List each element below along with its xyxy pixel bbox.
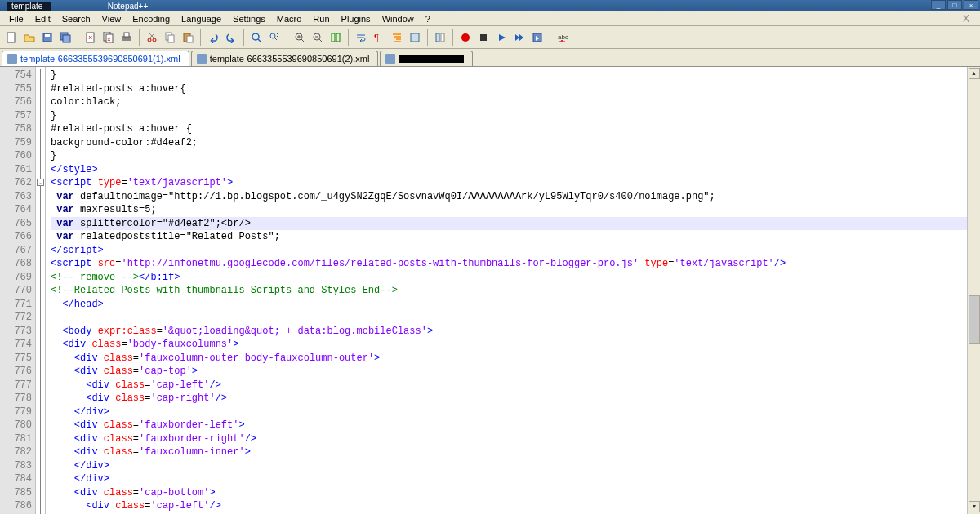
menu-view[interactable]: View [96,12,127,25]
code-line[interactable]: <div class='body-fauxcolumns'> [51,338,967,352]
close-all-button[interactable]: × [100,29,117,46]
code-line[interactable]: <div class='fauxborder-right'/> [51,432,967,446]
code-line[interactable]: <!--Related Posts with thumbnails Script… [51,284,967,298]
play-macro-button[interactable] [493,29,510,46]
file-tab[interactable]: template-6663355539690850691(1).xml [2,51,189,66]
indent-guide-button[interactable] [389,29,405,46]
doc-close-icon[interactable]: X [957,11,975,26]
code-line[interactable]: </head> [51,298,967,312]
code-line[interactable]: <!-- remove --></b:if> [51,271,967,285]
file-tab[interactable] [380,51,473,66]
replace-button[interactable] [266,29,283,46]
code-area[interactable]: }#related-posts a:hover{color:black;}#re… [46,67,967,514]
svg-rect-23 [336,33,340,42]
menu-search[interactable]: Search [56,12,96,25]
tab-label: template-6663355539690850691(2).xml [210,54,370,64]
separator [139,29,140,46]
close-button[interactable]: × [964,0,978,10]
code-line[interactable]: var maxresults=5; [51,203,967,217]
menu-encoding[interactable]: Encoding [127,12,176,25]
copy-button[interactable] [162,29,178,46]
user-lang-button[interactable] [407,29,423,46]
code-line[interactable]: var relatedpoststitle="Related Posts"; [51,230,967,244]
word-wrap-button[interactable] [353,29,369,46]
code-line[interactable]: </div> [51,472,967,486]
cut-button[interactable] [144,29,160,46]
redo-button[interactable] [223,29,239,46]
menu-run[interactable]: Run [307,12,335,25]
separator [243,29,244,46]
code-line[interactable]: } [51,69,967,82]
menu-macro[interactable]: Macro [271,12,308,25]
close-file-button[interactable]: × [82,29,99,46]
menu-edit[interactable]: Edit [29,12,56,25]
open-button[interactable] [21,29,38,46]
find-button[interactable] [248,29,265,46]
code-line[interactable]: <div class='fauxcolumn-outer body-fauxco… [51,352,967,366]
new-button[interactable] [3,29,20,46]
code-line[interactable]: <div class='fauxcolumn-inner'> [51,445,967,459]
menu-plugins[interactable]: Plugins [336,12,376,25]
code-line[interactable]: <script src='http://infonetmu.googlecode… [51,257,967,271]
line-number: 780 [0,419,32,432]
svg-point-18 [252,33,259,40]
code-line[interactable]: var defaultnoimage="http://1.bp.blogspot… [51,190,967,204]
zoom-in-button[interactable] [292,29,308,46]
sync-vscroll-button[interactable] [327,29,344,46]
line-number: 782 [0,445,32,459]
separator [287,29,287,46]
scroll-down-button[interactable]: ▼ [969,501,980,512]
svg-text:×: × [107,36,111,43]
code-line[interactable]: <div class='cap-bottom'> [51,486,967,500]
show-chars-button[interactable]: ¶ [371,29,387,46]
save-macro-button[interactable] [529,29,546,46]
menu-window[interactable]: Window [376,12,420,25]
code-line[interactable]: var splittercolor="#d4eaf2";<br/> [51,217,967,231]
menu-?[interactable]: ? [420,12,436,25]
code-line[interactable]: #related-posts a:hover{ [51,82,967,96]
scroll-thumb[interactable] [969,295,980,344]
menu-language[interactable]: Language [176,12,227,25]
play-multi-button[interactable] [511,29,528,46]
menu-file[interactable]: File [3,12,29,25]
menu-settings[interactable]: Settings [227,12,271,25]
record-macro-button[interactable] [457,29,474,46]
code-line[interactable]: <div class='cap-left'/> [51,499,967,513]
spell-check-button[interactable]: abc [555,29,571,46]
separator [78,29,78,46]
code-line[interactable]: <div class='cap-left'/> [51,379,967,392]
minimize-button[interactable]: _ [931,0,946,10]
code-line[interactable] [51,311,967,325]
code-line[interactable]: <script type='text/javascript'> [51,176,967,190]
vertical-scrollbar[interactable]: ▲ ▼ [967,67,980,514]
svg-rect-15 [168,35,174,42]
maximize-button[interactable]: □ [947,0,962,10]
code-line[interactable]: <div class='fauxborder-left'> [51,419,967,432]
stop-macro-button[interactable] [475,29,492,46]
undo-button[interactable] [205,29,221,46]
code-line[interactable]: color:black; [51,95,967,109]
line-number: 770 [0,284,32,298]
code-line[interactable]: </style> [51,163,967,177]
paste-button[interactable] [180,29,196,46]
fold-toggle[interactable]: - [37,179,44,186]
file-tab[interactable]: template-6663355539690850691(2).xml [191,51,379,66]
code-line[interactable]: </div> [51,459,967,473]
code-line[interactable]: <div class='cap-right'/> [51,392,967,405]
code-line[interactable]: } [51,149,967,163]
code-line[interactable]: <body expr:class='&quot;loading&quot; + … [51,325,967,339]
print-button[interactable] [118,29,135,46]
code-line[interactable]: <div class='cap-top'> [51,365,967,379]
code-line[interactable]: </script> [51,244,967,258]
code-line[interactable]: } [51,109,967,123]
save-all-button[interactable] [57,29,74,46]
save-button[interactable] [39,29,56,46]
scroll-up-button[interactable]: ▲ [969,68,980,79]
doc-map-button[interactable] [432,29,448,46]
fold-margin[interactable]: - [36,67,46,514]
zoom-out-button[interactable] [310,29,326,46]
code-line[interactable]: </div> [51,405,967,419]
line-number: 765 [0,217,32,231]
code-line[interactable]: #related-posts a:hover { [51,122,967,136]
code-line[interactable]: background-color:#d4eaf2; [51,136,967,150]
